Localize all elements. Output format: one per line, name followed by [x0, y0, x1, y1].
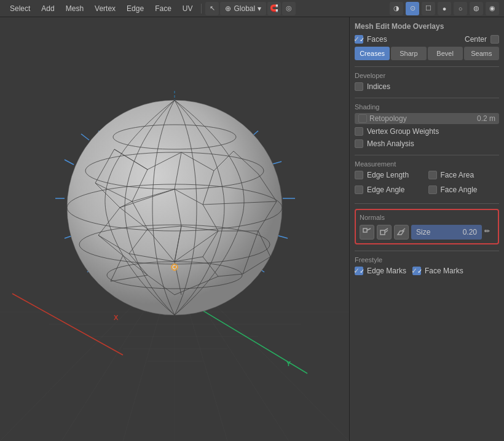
y-axis-label: Y: [286, 360, 291, 367]
freestyle-label: Freestyle: [355, 256, 499, 263]
menu-mesh[interactable]: Mesh: [61, 2, 89, 15]
vertex-normal-btn[interactable]: [360, 225, 374, 240]
svg-line-97: [385, 228, 388, 230]
seams-button[interactable]: Seams: [464, 47, 499, 60]
menu-select[interactable]: Select: [5, 2, 35, 15]
divider-5: [355, 251, 499, 251]
menu-edge[interactable]: Edge: [122, 2, 149, 15]
edge-marks-checkbox[interactable]: ✓: [355, 267, 363, 275]
svg-point-33: [67, 100, 282, 315]
normals-size-bar[interactable]: Size 0.20: [411, 225, 482, 240]
overlay-panel: Mesh Edit Mode Overlays ✓ Faces Center C…: [349, 17, 504, 441]
render-shading[interactable]: ◉: [486, 2, 499, 15]
retopology-checkbox[interactable]: [358, 114, 367, 123]
sharp-button[interactable]: Sharp: [391, 47, 426, 60]
shading-label: Shading: [355, 103, 499, 111]
overlay-icon[interactable]: ⊙: [406, 2, 419, 15]
indices-row: Indices: [355, 82, 499, 92]
faces-checkbox[interactable]: ✓: [355, 35, 363, 44]
retopology-value: 0.2 m: [477, 114, 495, 123]
viewport[interactable]: X Y: [0, 17, 349, 441]
face-normal-btn[interactable]: [394, 225, 409, 240]
viewport-shading-icon[interactable]: ◑: [390, 2, 403, 15]
separator-1: [201, 4, 202, 14]
edge-marks-row: ✓ Edge Marks: [355, 266, 406, 276]
edge-angle-row: Edge Angle: [355, 185, 426, 195]
x-axis-label: X: [114, 314, 118, 321]
snap-icon[interactable]: 🧲: [267, 2, 281, 15]
svg-rect-93: [363, 228, 367, 232]
vertex-group-label: Vertex Group Weights: [367, 127, 439, 136]
solid-shading[interactable]: ●: [438, 2, 451, 15]
freestyle-section: Freestyle ✓ Edge Marks ✓ Face Marks: [355, 256, 499, 278]
normals-section: Normals: [355, 209, 499, 244]
face-area-label: Face Area: [441, 171, 474, 179]
face-marks-check-icon: ✓: [411, 267, 417, 275]
panel-title: Mesh Edit Mode Overlays: [355, 22, 499, 31]
edge-angle-checkbox[interactable]: [355, 185, 363, 194]
menu-vertex[interactable]: Vertex: [90, 2, 120, 15]
face-marks-label: Face Marks: [425, 267, 463, 275]
main: X Y Mesh Edit Mode Overlays ✓ Faces Cent…: [0, 17, 504, 441]
menubar: Select Add Mesh Vertex Edge Face UV ↖ ⊕ …: [0, 0, 504, 17]
faces-row: ✓ Faces Center: [355, 34, 499, 44]
size-value: 0.20: [463, 228, 477, 236]
menu-uv[interactable]: UV: [178, 2, 198, 15]
freestyle-row: ✓ Edge Marks ✓ Face Marks: [355, 266, 499, 278]
mode-selector[interactable]: ⊕ Global ▾: [220, 2, 266, 15]
mesh-analysis-row: Mesh Analysis: [355, 139, 499, 149]
edge-marks-check-icon: ✓: [353, 267, 360, 275]
edge-length-row: Edge Length: [355, 170, 426, 180]
menu-add[interactable]: Add: [36, 2, 59, 15]
face-marks-checkbox[interactable]: ✓: [412, 267, 421, 275]
material-shading[interactable]: ◍: [470, 2, 483, 15]
size-label: Size: [416, 228, 460, 236]
normals-row: Size 0.20 ✏: [360, 225, 494, 240]
xray-icon[interactable]: ☐: [422, 2, 435, 15]
edge-length-checkbox[interactable]: [355, 171, 363, 179]
split-normal-btn[interactable]: [377, 225, 392, 240]
divider-1: [355, 66, 499, 67]
divider-4: [355, 203, 499, 204]
shading-section: Shading Retopology 0.2 m Vertex Group We…: [355, 103, 499, 149]
svg-marker-98: [398, 231, 404, 235]
edge-marks-label: Edge Marks: [367, 267, 406, 275]
wire-shading[interactable]: ○: [454, 2, 467, 15]
mesh-analysis-checkbox[interactable]: [355, 139, 363, 148]
edge-length-label: Edge Length: [367, 171, 409, 179]
face-marks-row: ✓ Face Marks: [412, 266, 463, 276]
header-icons: ◑ ⊙ ☐ ● ○ ◍ ◉: [390, 2, 499, 15]
normals-pencil-icon[interactable]: ✏: [484, 227, 494, 237]
center-label: Center: [465, 35, 487, 44]
faces-section: ✓ Faces Center Creases Sharp Bevel Seams: [355, 34, 499, 60]
face-angle-label: Face Angle: [441, 185, 478, 194]
face-angle-checkbox[interactable]: [428, 185, 437, 194]
mode-icon: ⊕: [225, 4, 231, 13]
edge-angle-label: Edge Angle: [367, 185, 404, 194]
cursor-icon[interactable]: ↖: [205, 2, 219, 15]
center-checkbox[interactable]: [490, 35, 499, 44]
vertex-group-row: Vertex Group Weights: [355, 127, 499, 136]
mode-label: Global: [234, 4, 255, 13]
proportional-icon[interactable]: ◎: [282, 2, 296, 15]
retopology-label: Retopology: [369, 114, 474, 123]
divider-2: [355, 98, 499, 98]
measurement-label: Measurement: [355, 160, 499, 168]
divider-3: [355, 155, 499, 155]
measurement-grid: Edge Length Face Area Edge Angle Face An…: [355, 170, 499, 197]
menu-face[interactable]: Face: [150, 2, 176, 15]
mesh-analysis-label: Mesh Analysis: [367, 139, 414, 148]
faces-label: Faces: [367, 35, 387, 44]
developer-label: Developer: [355, 72, 499, 79]
measurement-section: Measurement Edge Length Face Area Edge A…: [355, 160, 499, 197]
face-area-checkbox[interactable]: [428, 171, 437, 179]
creases-button[interactable]: Creases: [355, 47, 390, 60]
vertex-group-checkbox[interactable]: [355, 127, 363, 136]
face-angle-row: Face Angle: [428, 185, 500, 195]
indices-checkbox[interactable]: [355, 82, 363, 91]
bevel-button[interactable]: Bevel: [428, 47, 463, 60]
mode-chevron: ▾: [258, 4, 261, 13]
indices-label: Indices: [367, 82, 390, 91]
normals-label: Normals: [360, 214, 494, 221]
svg-line-94: [367, 228, 371, 230]
